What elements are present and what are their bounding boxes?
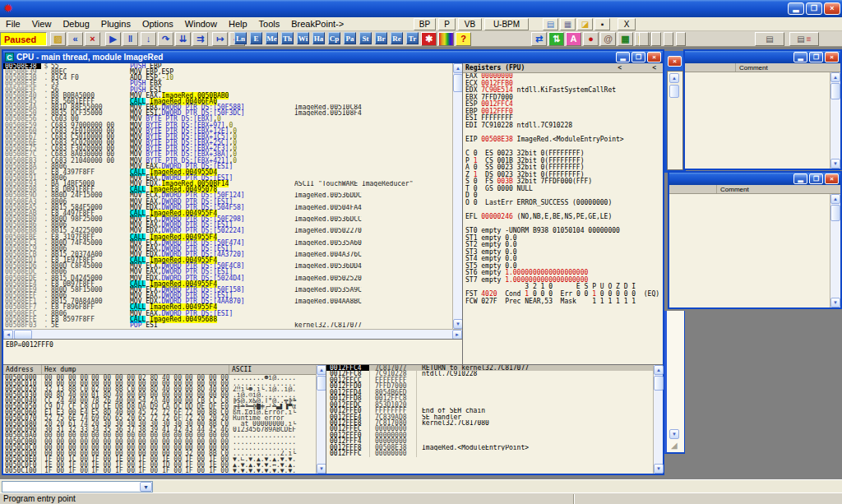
- viewer-button-pa[interactable]: Pa: [344, 32, 356, 44]
- animate-into-icon[interactable]: ⇊: [175, 32, 191, 46]
- disasm-row[interactable]: 00508E3E.53PUSH EBX: [3, 81, 452, 86]
- window-minimize-button[interactable]: ▂: [793, 52, 807, 62]
- animate-over-icon[interactable]: ⇉: [192, 32, 208, 46]
- resize-grip-icon[interactable]: ◢: [671, 441, 678, 450]
- scroll-down-icon[interactable]: ▼: [669, 429, 679, 439]
- open-file-icon[interactable]: ▨: [50, 32, 66, 46]
- dump-row[interactable]: 0050C1001F 00 1F 001F 00 1F 001F 00 1F 0…: [3, 468, 326, 474]
- stack-scrollbar[interactable]: ▲ ▼: [653, 365, 663, 474]
- cpu-minimize-button[interactable]: ▂: [616, 52, 630, 62]
- help-icon[interactable]: ?: [456, 32, 471, 46]
- close-program-icon[interactable]: ×: [85, 32, 100, 46]
- stack-row[interactable]: 0012FFFC00000000: [326, 451, 663, 456]
- step-into-icon[interactable]: ↓: [141, 32, 156, 46]
- cpu-restore-button[interactable]: ❐: [632, 52, 645, 62]
- app-close-button[interactable]: ×: [824, 2, 840, 15]
- viewer-button-tr[interactable]: Tr: [406, 32, 419, 44]
- viewer-button-ha[interactable]: Ha: [312, 32, 325, 44]
- viewer-button-st[interactable]: St: [359, 32, 372, 44]
- register-line[interactable]: T 0 GS 0000 NULL: [463, 186, 663, 193]
- scrollbar-thumb[interactable]: [830, 83, 840, 99]
- appearance-icon[interactable]: [438, 32, 454, 46]
- scrollbar-thumb[interactable]: [669, 85, 679, 98]
- window-minimize-button[interactable]: ▂: [793, 173, 807, 184]
- viewer-button-th[interactable]: Th: [281, 32, 294, 44]
- execute-till-return-icon[interactable]: ↦: [212, 32, 228, 46]
- viewer-button-e[interactable]: E: [250, 32, 262, 44]
- scroll-down-icon[interactable]: ▼: [830, 159, 840, 169]
- command-combobox[interactable]: ▼: [2, 481, 153, 492]
- scrollbar-thumb[interactable]: [654, 376, 664, 391]
- spiral-icon[interactable]: @: [600, 32, 616, 46]
- stack-pane[interactable]: 0012FFC47C817077RETURN to kernel32.7C817…: [326, 364, 663, 474]
- scroll-up-icon[interactable]: ▲: [669, 73, 679, 83]
- menu-button-vb[interactable]: VB: [458, 18, 482, 30]
- document-tool-button[interactable]: ▤: [755, 32, 784, 46]
- menu-button-bp[interactable]: BP: [414, 18, 436, 30]
- scroll-down-icon[interactable]: ▼: [654, 464, 664, 474]
- record-icon[interactable]: ●: [583, 32, 599, 46]
- app-minimize-button[interactable]: ▂: [788, 2, 804, 15]
- scroll-up-icon[interactable]: ▲: [830, 194, 840, 204]
- dropdown-arrow-icon[interactable]: ▼: [140, 482, 152, 492]
- comment-window-top-titlebar[interactable]: ▂ ❐ ×: [685, 51, 840, 63]
- menu-button-p[interactable]: P: [438, 18, 456, 30]
- disassembly-pane[interactable]: 00508E38$55PUSH EBP00508E39.8BECMOV EBP,…: [3, 63, 452, 329]
- disasm-row[interactable]: 00508EFE.E8 8597F8FFCALL ImageRed.004956…: [3, 317, 452, 322]
- viewer-button-br[interactable]: Br: [375, 32, 387, 44]
- info-pane[interactable]: EBP=0012FFF0: [3, 339, 462, 364]
- calculator-icon[interactable]: ▦: [560, 18, 576, 30]
- pause-icon[interactable]: ‖: [123, 32, 138, 46]
- menu-button-u-bpm[interactable]: U-BPM: [484, 18, 529, 30]
- viewer-button-wi[interactable]: Wi: [297, 32, 309, 44]
- window-restore-button[interactable]: ❐: [809, 173, 823, 184]
- step-over-icon[interactable]: ↷: [158, 32, 173, 46]
- registers-pane[interactable]: Registers (FPU) < < EAX 00000000ECX 0012…: [462, 63, 663, 367]
- document-list-tool-button[interactable]: ▤≡: [789, 32, 819, 46]
- cpu-window-titlebar[interactable]: CCPU - main thread, module ImageRed ▂ ❐ …: [3, 51, 663, 63]
- disasm-row[interactable]: 00508F03.5EPOP ESIkernel32.7C817077: [3, 322, 452, 328]
- disassembly-hscrollbar[interactable]: ◄ ►: [3, 329, 462, 339]
- viewer-button-me[interactable]: Me: [266, 32, 278, 44]
- register-line[interactable]: O 0 LastErr ERROR_SUCCESS (00000000): [463, 200, 663, 207]
- viewer-button-re[interactable]: Re: [391, 32, 403, 44]
- run-icon[interactable]: ▶: [105, 32, 121, 46]
- viewer-button-ln[interactable]: Ln: [234, 32, 247, 44]
- app-restore-button[interactable]: ❐: [806, 2, 822, 15]
- register-line[interactable]: EIP 00508E38 ImageRed.<ModuleEntryPoint>: [463, 136, 663, 144]
- scroll-up-icon[interactable]: ▲: [654, 365, 664, 375]
- cpu-close-button[interactable]: ×: [647, 52, 661, 62]
- scroll-down-icon[interactable]: ▼: [830, 298, 840, 307]
- comment-window-middle-titlebar[interactable]: ▂ ❐ ×: [669, 173, 840, 185]
- scroll-up-icon[interactable]: ▲: [830, 72, 840, 82]
- register-line[interactable]: EDI 7C910228 ntdll.7C910228: [463, 123, 663, 130]
- pane-collapse-icon[interactable]: <: [652, 64, 656, 72]
- swap-icon[interactable]: ⇄: [531, 32, 547, 46]
- background-window-close-button[interactable]: ×: [668, 56, 682, 67]
- close-window-button[interactable]: X: [618, 18, 636, 30]
- register-line[interactable]: EFL 00000246 (NO,NB,E,BE,NS,PE,GE,LE): [463, 214, 663, 221]
- restart-icon[interactable]: «: [67, 32, 83, 46]
- window-scrollbar[interactable]: ▲ ▼: [830, 194, 840, 307]
- window-close-button[interactable]: ×: [825, 52, 839, 62]
- disasm-row[interactable]: 00508E38$55PUSH EBP: [3, 63, 452, 69]
- disassembly-scrollbar[interactable]: ▲ ▼: [452, 63, 462, 329]
- pane-collapse-icon[interactable]: <: [618, 64, 622, 72]
- dump-pane[interactable]: Address Hex dump ASCII 0050C00000 00 00 …: [3, 364, 326, 474]
- viewer-button-cp[interactable]: Cp: [328, 32, 340, 44]
- console-icon[interactable]: ▪: [594, 18, 610, 30]
- window-restore-button[interactable]: ❐: [809, 52, 823, 62]
- disasm-row[interactable]: 00508E3B.83C4 F0ADD ESP,-10: [3, 75, 452, 81]
- options-icon[interactable]: ✱: [421, 32, 437, 46]
- scrollbar-thumb[interactable]: [830, 205, 840, 221]
- window-scrollbar[interactable]: ▲ ▼: [830, 72, 840, 169]
- open-folder-icon[interactable]: ◪: [577, 18, 593, 30]
- dump-scrollbar[interactable]: ▲ ▼: [316, 365, 326, 474]
- command-input[interactable]: [3, 482, 140, 492]
- window-close-button[interactable]: ×: [825, 173, 839, 184]
- register-line[interactable]: FCW 027F Prec NEAR,53 Mask 1 1 1 1 1 1: [463, 298, 663, 306]
- assembler-icon[interactable]: A: [566, 32, 581, 46]
- matrix-icon[interactable]: ▦: [618, 32, 633, 46]
- updown-icon[interactable]: ⇅: [548, 32, 564, 46]
- notes-icon[interactable]: ▤: [543, 18, 558, 30]
